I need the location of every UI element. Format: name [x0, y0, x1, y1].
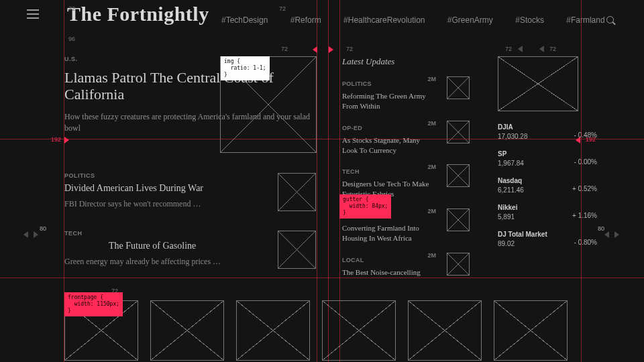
update-age: 2M — [427, 76, 436, 82]
ruler-label: 192 — [51, 137, 61, 143]
next-arrow-icon[interactable] — [614, 231, 619, 238]
index-change: + 0.52% — [572, 185, 597, 193]
update-age: 2M — [427, 164, 436, 170]
search-icon[interactable] — [606, 16, 616, 25]
card-placeholder[interactable] — [236, 300, 310, 361]
next-arrow-icon[interactable] — [34, 231, 38, 238]
spec-annotation-gutter[interactable]: gutter { width: 84px; } — [339, 194, 391, 219]
update-title: Reforming The Green Army From Within — [342, 91, 436, 111]
index-change: - 0.80% — [574, 239, 597, 247]
update-item[interactable]: OP-ED 2M As Stocks Stagnate, Many Look T… — [342, 121, 476, 156]
prev-arrow-icon[interactable] — [23, 231, 28, 238]
tag-link[interactable]: #HealthcareRevolution — [343, 15, 425, 25]
update-age: 2M — [427, 121, 436, 127]
update-item[interactable]: LOCAL 2M The Best Noise-cancelling — [342, 253, 476, 280]
update-kicker: OP-ED — [342, 125, 362, 131]
update-title: As Stocks Stagnate, Many Look To Currenc… — [342, 135, 436, 156]
gallery-row: 72 — [64, 288, 644, 355]
index-row[interactable]: SP 1,967.84 - 0.00% — [498, 150, 597, 168]
card-placeholder[interactable] — [494, 300, 568, 361]
chevron-left-icon — [539, 46, 544, 52]
tag-link[interactable]: #GreenArmy — [447, 15, 493, 25]
latest-updates: Latest Updates POLITICS 2M Reforming The… — [342, 56, 476, 280]
story-headline: Divided American Lives During War — [64, 183, 266, 194]
update-item[interactable]: POLITICS 2M Reforming The Green Army Fro… — [342, 76, 476, 111]
column-width-label: 96 — [68, 36, 75, 42]
tag-link[interactable]: #TechDesign — [221, 15, 268, 25]
tag-link[interactable]: #Farmland — [566, 15, 604, 25]
menu-icon[interactable] — [27, 9, 39, 19]
main-grid: U.S. Llamas Patrol The Central Coast of … — [64, 56, 580, 278]
tag-bar: #TechDesign #Reform #HealthcareRevolutio… — [221, 16, 610, 24]
gutter-label: 72 — [346, 46, 353, 52]
ruler-label: 192 — [586, 137, 596, 143]
update-title: The Best Noise-cancelling — [342, 267, 436, 278]
index-name: Nikkei — [498, 204, 597, 212]
chevron-left-icon — [518, 46, 523, 52]
update-kicker: POLITICS — [342, 80, 372, 87]
update-kicker: TECH — [342, 168, 360, 175]
update-age: 2M — [427, 253, 436, 259]
side-label: 80 — [598, 226, 604, 232]
update-thumb-placeholder — [447, 164, 470, 187]
story-image-placeholder — [278, 231, 316, 269]
side-label: 80 — [40, 226, 46, 232]
index-change: + 1.16% — [572, 212, 597, 220]
story-sub: Green energy may already be affecting pr… — [64, 256, 266, 267]
update-thumb-placeholder — [447, 121, 470, 143]
card-placeholder[interactable] — [322, 300, 396, 361]
market-indices: DJIA 17,030.28 - 0.48% SP 1,967.84 - 0.0… — [498, 123, 597, 257]
updates-title: Latest Updates — [342, 56, 476, 67]
tag-link[interactable]: #Reform — [290, 15, 321, 25]
index-row[interactable]: DJIA 17,030.28 - 0.48% — [498, 123, 597, 141]
spec-annotation-frontpage[interactable]: frontpage { width: 1150px; } — [64, 292, 123, 316]
card-placeholder[interactable] — [150, 300, 224, 361]
gutter-label: 72 — [279, 6, 286, 12]
index-row[interactable]: Nasdaq 6,211.46 + 0.52% — [498, 177, 597, 194]
index-name: DJIA — [498, 123, 597, 131]
index-row[interactable]: DJ Total Market 89.02 - 0.80% — [498, 231, 597, 248]
update-age: 2M — [427, 208, 436, 215]
secondary-story[interactable]: TECH The Future of Gasoline Green energy… — [64, 231, 266, 267]
update-thumb-placeholder — [447, 253, 470, 276]
story-image-placeholder — [278, 173, 316, 211]
index-change: - 0.00% — [574, 158, 597, 166]
gutter-label: 72 — [549, 46, 556, 52]
story-sub: FBI Director says he won't recommend … — [64, 198, 266, 210]
update-thumb-placeholder — [447, 76, 470, 99]
story-headline: The Future of Gasoline — [64, 241, 266, 252]
update-thumb-placeholder — [447, 208, 470, 231]
story-kicker: POLITICS — [64, 173, 266, 179]
tag-link[interactable]: #Stocks — [515, 15, 544, 25]
index-name: SP — [498, 150, 597, 158]
hero-image-placeholder — [498, 56, 578, 111]
index-name: DJ Total Market — [498, 231, 597, 239]
gutter-label: 72 — [281, 46, 288, 52]
card-placeholder[interactable] — [408, 300, 482, 361]
secondary-story[interactable]: POLITICS Divided American Lives During W… — [64, 173, 266, 210]
spec-annotation-img[interactable]: img { ratio: 1-1; } — [221, 56, 270, 80]
gutter-label: 72 — [505, 46, 512, 52]
column-width-label: 72 — [68, 6, 75, 12]
index-name: Nasdaq — [498, 177, 597, 185]
masthead-logo[interactable]: The Fortnightly — [67, 4, 209, 24]
prev-arrow-icon[interactable] — [604, 231, 609, 238]
story-kicker: TECH — [64, 231, 266, 237]
update-kicker: LOCAL — [342, 257, 364, 263]
index-row[interactable]: Nikkei 5,891 + 1.16% — [498, 204, 597, 221]
update-title: Converting Farmland Into Housing In West… — [342, 223, 436, 243]
